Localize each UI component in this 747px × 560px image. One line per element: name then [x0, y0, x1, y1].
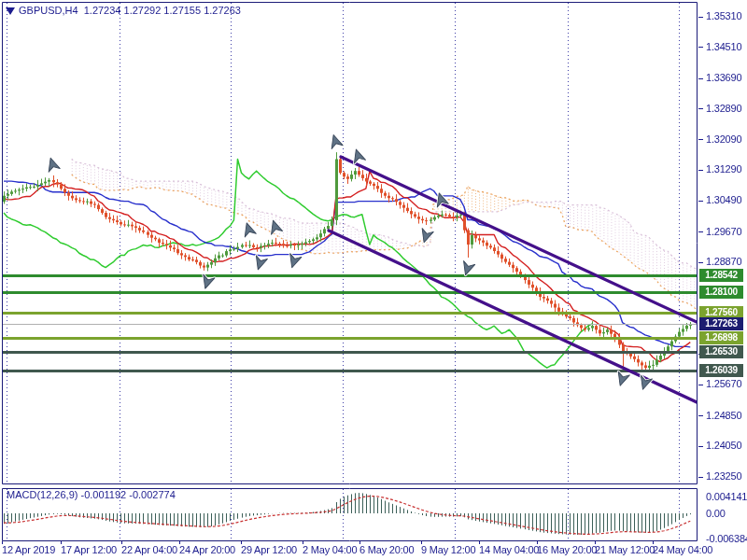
macd-axis-label: -0.006384	[706, 533, 747, 544]
level-price-badge: 1.26898	[699, 331, 743, 344]
price-tick-mark	[698, 108, 703, 109]
price-tick-label: 1.32890	[706, 103, 741, 114]
price-tick-label: 1.23250	[706, 470, 741, 482]
macd-axis-label: 0.00	[706, 508, 726, 519]
price-tick-label: 1.24850	[706, 410, 741, 421]
level-price-badge: 1.26530	[699, 345, 743, 358]
macd-axis-label: 0.004141	[706, 491, 747, 502]
price-tick-label: 1.35310	[706, 10, 741, 21]
level-price-badge: 1.28542	[699, 269, 743, 282]
level-price-badge: 1.28100	[699, 286, 743, 299]
time-axis-label: 24 May 04:00	[653, 544, 712, 555]
current-price-badge: 1.27263	[699, 317, 743, 330]
price-tick-label: 1.25670	[706, 378, 741, 389]
price-tick-label: 1.29670	[706, 226, 741, 237]
time-axis-label: 16 May 20:00	[537, 544, 597, 555]
price-tick-mark	[698, 139, 703, 140]
time-axis-label: 9 May 12:00	[421, 544, 475, 555]
price-tick-label: 1.34510	[706, 41, 741, 52]
price-tick-label: 1.24050	[706, 440, 741, 451]
main-chart-canvas[interactable]	[0, 0, 747, 560]
price-tick-mark	[698, 78, 703, 79]
time-axis-label: 2 May 04:00	[303, 544, 357, 555]
time-axis-label: 12 Apr 2019	[2, 544, 55, 555]
symbol-dropdown-arrow-icon[interactable]	[6, 7, 15, 15]
chart-window: GBPUSD,H4 1.27234 1.27292 1.27155 1.2726…	[0, 0, 747, 560]
price-tick-mark	[698, 47, 703, 48]
time-axis-label: 6 May 20:00	[359, 544, 414, 555]
price-tick-mark	[698, 385, 703, 385]
time-axis-label: 24 Apr 20:00	[179, 544, 235, 555]
price-tick-mark	[698, 446, 703, 447]
symbol-period-label: GBPUSD,H4	[19, 5, 78, 16]
price-tick-mark	[698, 231, 703, 232]
time-axis-label: 17 Apr 12:00	[61, 544, 117, 555]
price-tick-label: 1.28870	[706, 256, 741, 267]
ohlc-values: 1.27234 1.27292 1.27155 1.27263	[84, 5, 241, 16]
price-tick-mark	[698, 477, 703, 478]
price-tick-mark	[698, 415, 703, 416]
time-axis-label: 21 May 12:00	[595, 544, 655, 555]
chart-title: GBPUSD,H4 1.27234 1.27292 1.27155 1.2726…	[19, 5, 241, 16]
price-tick-mark	[698, 201, 703, 202]
level-price-badge: 1.26039	[699, 364, 743, 377]
price-tick-label: 1.31290	[706, 163, 741, 175]
price-tick-label: 1.32090	[706, 133, 741, 145]
price-tick-mark	[698, 262, 703, 263]
price-tick-label: 1.33690	[706, 72, 741, 83]
time-axis-label: 14 May 04:00	[479, 544, 539, 555]
time-axis-label: 29 Apr 12:00	[241, 544, 297, 555]
price-tick-mark	[698, 17, 703, 18]
time-axis-label: 22 Apr 04:00	[121, 544, 177, 555]
price-tick-mark	[698, 170, 703, 171]
price-tick-label: 1.30490	[706, 194, 741, 205]
macd-indicator-label: MACD(12,26,9) -0.001192 -0.002774	[7, 489, 176, 500]
